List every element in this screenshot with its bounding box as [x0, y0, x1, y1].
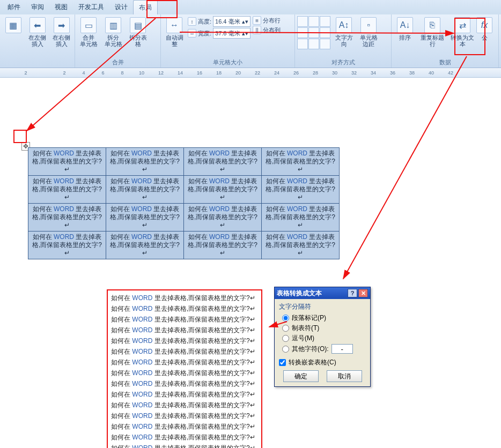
converted-line: 如何在 WORD 里去掉表格,而保留表格里的文字?↵ [111, 368, 258, 378]
text-direction-icon: A↕ [336, 17, 352, 33]
converted-line: 如何在 WORD 里去掉表格,而保留表格里的文字?↵ [111, 421, 258, 432]
converted-text-box: 如何在 WORD 里去掉表格,而保留表格里的文字?↵如何在 WORD 里去掉表格… [107, 289, 262, 448]
tab-layout[interactable]: 布局 [133, 0, 158, 14]
checkbox-nested[interactable]: 转换嵌套表格(C) [279, 358, 366, 367]
height-icon: ↕ [188, 17, 196, 26]
merge-icon: ▭ [80, 17, 97, 33]
dist-cols-icon: || [253, 26, 261, 34]
table-cell[interactable]: 如何在 WORD 里去掉表格,而保留表格里的文字?↵ [106, 204, 184, 232]
table-cell[interactable]: 如何在 WORD 里去掉表格,而保留表格里的文字?↵ [262, 204, 340, 232]
width-icon: ↔ [188, 29, 196, 38]
page[interactable]: ✥ 如何在 WORD 里去掉表格,而保留表格里的文字?↵如何在 WORD 里去掉… [12, 94, 398, 447]
height-label: 高度: [198, 18, 211, 26]
autofit-icon: ↔ [166, 17, 182, 33]
split-table-icon: ▤ [130, 17, 146, 33]
group-align-label: 对齐方式 [297, 58, 389, 67]
group-cellsize-label: 单元格大小 [163, 58, 292, 67]
dist-cols[interactable]: 分布列 [263, 26, 281, 34]
dialog-help-button[interactable]: ? [348, 289, 357, 297]
btn-text-direction[interactable]: A↕文字方向 [333, 16, 355, 48]
table-cell[interactable]: 如何在 WORD 里去掉表格,而保留表格里的文字?↵ [184, 204, 262, 232]
table-cell[interactable]: 如何在 WORD 里去掉表格,而保留表格里的文字?↵ [28, 204, 106, 232]
converted-line: 如何在 WORD 里去掉表格,而保留表格里的文字?↵ [111, 357, 258, 368]
tab-mail[interactable]: 邮件 [2, 0, 26, 14]
btn-rows-dropdown[interactable]: ▦ [2, 16, 24, 42]
table-cell[interactable]: 如何在 WORD 里去掉表格,而保留表格里的文字?↵ [262, 176, 340, 204]
btn-formula[interactable]: fx公 [478, 16, 490, 42]
tab-review[interactable]: 审阅 [26, 0, 49, 14]
radio-tab[interactable]: 制表符(T) [282, 324, 366, 333]
converted-line: 如何在 WORD 里去掉表格,而保留表格里的文字?↵ [111, 293, 258, 303]
document-area: ✥ 如何在 WORD 里去掉表格,而保留表格里的文字?↵如何在 WORD 里去掉… [0, 78, 501, 448]
tab-design[interactable]: 设计 [109, 0, 133, 14]
dist-rows[interactable]: 分布行 [263, 17, 281, 25]
converted-line: 如何在 WORD 里去掉表格,而保留表格里的文字?↵ [111, 432, 258, 443]
ok-button[interactable]: 确定 [283, 370, 319, 382]
btn-insert-left[interactable]: ⬅在左侧插入 [26, 16, 48, 48]
table-cell[interactable]: 如何在 WORD 里去掉表格,而保留表格里的文字?↵ [28, 148, 106, 176]
converted-line: 如何在 WORD 里去掉表格,而保留表格里的文字?↵ [111, 314, 258, 325]
converted-line: 如何在 WORD 里去掉表格,而保留表格里的文字?↵ [111, 346, 258, 357]
horizontal-ruler[interactable]: 224681012141618202224262830323436384042 [0, 68, 501, 78]
split-icon: ▥ [105, 17, 121, 33]
btn-split-cells[interactable]: ▥拆分 单元格 [102, 16, 124, 48]
insert-right-icon: ➡ [54, 17, 70, 33]
separator-group-label: 文字分隔符 [279, 302, 366, 311]
converted-line: 如何在 WORD 里去掉表格,而保留表格里的文字?↵ [111, 378, 258, 389]
dialog-titlebar[interactable]: 表格转换成文本 ? ✕ [275, 287, 370, 299]
radio-paragraph[interactable]: 段落标记(P) [282, 313, 366, 323]
table-icon: ▦ [5, 17, 21, 33]
formula-icon: fx [476, 17, 492, 33]
table-cell[interactable]: 如何在 WORD 里去掉表格,而保留表格里的文字?↵ [184, 148, 262, 176]
width-spinner[interactable]: 37.6 毫米▴▾ [213, 28, 251, 39]
btn-split-table[interactable]: ▤拆分表格 [127, 16, 149, 48]
insert-left-icon: ⬅ [30, 17, 46, 33]
cell-margin-icon: ▫ [360, 17, 377, 33]
converted-line: 如何在 WORD 里去掉表格,而保留表格里的文字?↵ [111, 303, 258, 314]
converted-line: 如何在 WORD 里去掉表格,而保留表格里的文字?↵ [111, 443, 258, 448]
ribbon-tabs: 邮件 审阅 视图 开发工具 设计 布局 [0, 0, 501, 14]
converted-line: 如何在 WORD 里去掉表格,而保留表格里的文字?↵ [111, 389, 258, 400]
dist-rows-icon: ≡ [253, 16, 261, 25]
table-cell[interactable]: 如何在 WORD 里去掉表格,而保留表格里的文字?↵ [28, 176, 106, 204]
convert-table-dialog: 表格转换成文本 ? ✕ 文字分隔符 段落标记(P) 制表符(T) 逗号(M) 其… [274, 287, 371, 387]
tab-view[interactable]: 视图 [49, 0, 73, 14]
table-cell[interactable]: 如何在 WORD 里去掉表格,而保留表格里的文字?↵ [184, 176, 262, 204]
width-label: 宽度: [198, 29, 211, 38]
btn-insert-right[interactable]: ➡在右侧插入 [50, 16, 72, 48]
selected-table[interactable]: 如何在 WORD 里去掉表格,而保留表格里的文字?↵如何在 WORD 里去掉表格… [28, 147, 340, 259]
btn-cell-margins[interactable]: ▫单元格 边距 [357, 16, 380, 48]
cancel-button[interactable]: 取消 [327, 370, 362, 382]
convert-icon: ⇄ [454, 17, 470, 33]
table-cell[interactable]: 如何在 WORD 里去掉表格,而保留表格里的文字?↵ [106, 148, 184, 176]
other-char-input[interactable] [331, 344, 353, 354]
group-rows-label [2, 59, 72, 67]
btn-repeat-header[interactable]: ⎘重复标题行 [418, 16, 446, 48]
alignment-grid[interactable] [297, 16, 330, 49]
height-spinner[interactable]: 16.4 毫米▴▾ [213, 16, 251, 27]
table-cell[interactable]: 如何在 WORD 里去掉表格,而保留表格里的文字?↵ [184, 232, 262, 259]
table-cell[interactable]: 如何在 WORD 里去掉表格,而保留表格里的文字?↵ [106, 232, 184, 259]
btn-convert-to-text[interactable]: ⇄转换为文本 [448, 16, 476, 48]
tab-devtools[interactable]: 开发工具 [73, 0, 109, 14]
group-data-label: 数据 [394, 58, 496, 67]
sort-icon: A↓ [397, 17, 413, 33]
repeat-header-icon: ⎘ [424, 17, 440, 33]
ribbon: ▦ ⬅在左侧插入 ➡在右侧插入 ▭合并 单元格 ▥拆分 单元格 ▤拆分表格 合并… [0, 14, 501, 68]
group-merge-label: 合并 [77, 58, 158, 67]
btn-merge-cells[interactable]: ▭合并 单元格 [77, 16, 100, 48]
converted-line: 如何在 WORD 里去掉表格,而保留表格里的文字?↵ [111, 325, 258, 335]
converted-line: 如何在 WORD 里去掉表格,而保留表格里的文字?↵ [111, 410, 258, 421]
table-cell[interactable]: 如何在 WORD 里去掉表格,而保留表格里的文字?↵ [28, 232, 106, 259]
radio-comma[interactable]: 逗号(M) [282, 334, 366, 343]
table-cell[interactable]: 如何在 WORD 里去掉表格,而保留表格里的文字?↵ [106, 176, 184, 204]
converted-line: 如何在 WORD 里去掉表格,而保留表格里的文字?↵ [111, 335, 258, 346]
btn-sort[interactable]: A↓排序 [394, 16, 416, 42]
dialog-close-button[interactable]: ✕ [358, 289, 368, 297]
table-cell[interactable]: 如何在 WORD 里去掉表格,而保留表格里的文字?↵ [262, 232, 340, 259]
radio-other[interactable]: 其他字符(O): [282, 344, 366, 354]
dialog-title: 表格转换成文本 [277, 289, 322, 298]
table-cell[interactable]: 如何在 WORD 里去掉表格,而保留表格里的文字?↵ [262, 148, 340, 176]
btn-autofit[interactable]: ↔自动调整 [163, 16, 186, 48]
converted-line: 如何在 WORD 里去掉表格,而保留表格里的文字?↵ [111, 400, 258, 410]
